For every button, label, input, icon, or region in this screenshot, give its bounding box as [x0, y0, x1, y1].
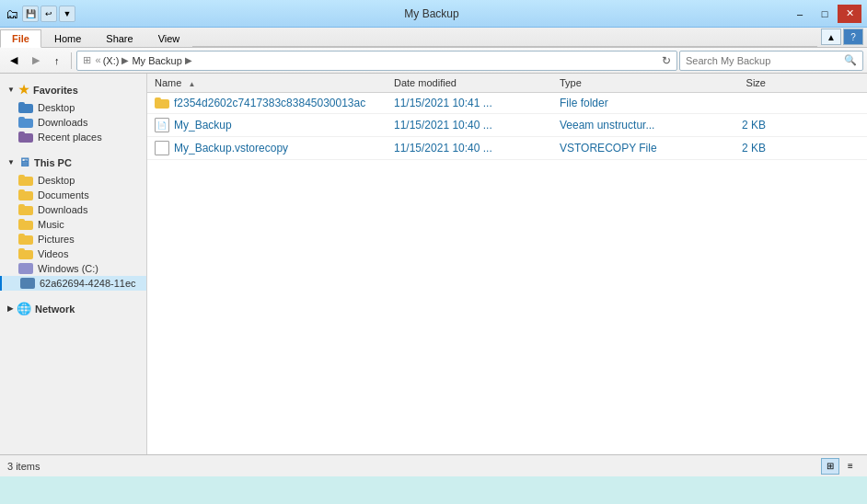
path-folder-label: My Backup	[132, 55, 181, 66]
ribbon-collapse-btn[interactable]: ▲	[821, 29, 841, 45]
sidebar-pc-documents-label: Documents	[38, 189, 89, 200]
drive-x-icon	[20, 278, 35, 289]
sidebar-item-music[interactable]: Music	[0, 217, 146, 232]
sidebar-item-desktop-fav[interactable]: Desktop	[0, 100, 146, 115]
sidebar-item-pictures[interactable]: Pictures	[0, 232, 146, 246]
sidebar-item-windows-c[interactable]: Windows (C:)	[0, 261, 146, 276]
sidebar-section-network[interactable]: ▶ 🌐 Network	[0, 298, 146, 319]
sidebar-item-downloads-fav[interactable]: Downloads	[0, 115, 146, 130]
col-header-size[interactable]: Size	[699, 74, 773, 92]
sidebar-item-documents[interactable]: Documents	[0, 188, 146, 202]
title-bar: 🗂 💾 ↩ ▼ My Backup – □ ✕	[0, 0, 867, 28]
tab-view[interactable]: View	[146, 29, 192, 47]
window-title: My Backup	[75, 7, 788, 20]
recent-fav-icon	[18, 132, 33, 143]
sidebar-pc-downloads-label: Downloads	[38, 204, 87, 215]
status-bar: 3 items ⊞ ≡	[0, 454, 867, 476]
file-content: Name ▲ Date modified Type Size f2354d260…	[147, 74, 867, 454]
search-input[interactable]	[686, 55, 840, 66]
up-button[interactable]: ↑	[48, 51, 66, 71]
sidebar-pc-windows-label: Windows (C:)	[38, 263, 98, 274]
path-drive: ⊞ «	[83, 54, 103, 66]
sidebar-fav-recent-label: Recent places	[38, 132, 102, 143]
address-box[interactable]: ⊞ « (X:) ▶ My Backup ▶ ↻	[76, 51, 678, 71]
thispc-arrow-icon: ▼	[7, 158, 15, 166]
network-arrow-icon: ▶	[7, 304, 13, 313]
view-list-button[interactable]: ≡	[841, 458, 860, 475]
thispc-icon: 🖥	[18, 155, 30, 169]
quick-undo-btn[interactable]: ↩	[40, 6, 57, 22]
item-count: 3 items	[7, 461, 40, 472]
ribbon-tabs: File Home Share View ▲ ?	[0, 28, 867, 48]
file-size-1	[699, 99, 773, 107]
favorites-star-icon: ★	[18, 83, 29, 97]
path-arrow-2: ▶	[185, 55, 192, 65]
file-date-2: 11/15/2021 10:40 ...	[387, 115, 552, 135]
downloads-pc-icon	[18, 204, 33, 215]
sidebar-pc-music-label: Music	[38, 219, 64, 230]
table-row[interactable]: f2354d2602c7417383c83845030013ac 11/15/2…	[147, 93, 867, 114]
forward-icon: ▶	[32, 54, 40, 66]
toolbar-separator	[71, 52, 72, 69]
col-header-name[interactable]: Name ▲	[147, 74, 387, 92]
documents-icon	[18, 189, 33, 200]
music-icon	[18, 219, 33, 230]
sidebar-item-downloads-pc[interactable]: Downloads	[0, 202, 146, 217]
sort-arrow-icon: ▲	[188, 80, 195, 88]
file-name-2: 📄 My_Backup	[147, 114, 387, 136]
col-header-type[interactable]: Type	[552, 74, 699, 92]
videos-icon	[18, 248, 33, 259]
quick-dropdown-btn[interactable]: ▼	[59, 6, 75, 22]
toolbar: ◀ ▶ ↑ ⊞ « (X:) ▶ My Backup ▶ ↻ 🔍	[0, 48, 867, 74]
sidebar-fav-desktop-label: Desktop	[38, 102, 75, 113]
up-icon: ↑	[54, 55, 60, 66]
file-date-1: 11/15/2021 10:41 ...	[387, 93, 552, 113]
file-type-3: VSTORECOPY File	[552, 138, 699, 158]
file-name-1: f2354d2602c7417383c83845030013ac	[147, 93, 387, 113]
refresh-button[interactable]: ↻	[662, 54, 671, 67]
file-size-3: 2 KB	[699, 138, 773, 158]
table-row[interactable]: My_Backup.vstorecopy 11/15/2021 10:40 ..…	[147, 137, 867, 160]
col-header-date[interactable]: Date modified	[387, 74, 552, 92]
file-type-2: Veeam unstructur...	[552, 115, 699, 135]
quick-access-toolbar: 💾 ↩ ▼	[22, 6, 75, 22]
breadcrumb-icon: ⊞	[83, 54, 91, 65]
file-icon-veeam-2: 📄	[155, 118, 169, 132]
favorites-arrow-icon: ▼	[7, 86, 15, 94]
quick-save-btn[interactable]: 💾	[22, 6, 39, 22]
help-btn[interactable]: ?	[843, 29, 863, 45]
file-icon-vstorecopy-3	[155, 141, 169, 155]
back-button[interactable]: ◀	[4, 51, 24, 71]
back-icon: ◀	[10, 54, 17, 66]
file-icon-folder-1	[155, 97, 169, 109]
sidebar-section-favorites[interactable]: ▼ ★ Favorites	[0, 79, 146, 100]
sidebar-item-desktop-pc[interactable]: Desktop	[0, 173, 146, 188]
search-box[interactable]: 🔍	[679, 51, 863, 71]
sidebar: ▼ ★ Favorites Desktop Downloads Recent p…	[0, 74, 147, 454]
path-drive-label: (X:)	[103, 55, 120, 66]
forward-button[interactable]: ▶	[26, 51, 46, 71]
tab-share[interactable]: Share	[94, 29, 144, 47]
path-arrow-1: ▶	[121, 55, 129, 65]
minimize-button[interactable]: –	[788, 5, 812, 23]
title-bar-left: 🗂 💾 ↩ ▼	[6, 6, 75, 22]
file-list-header: Name ▲ Date modified Type Size	[147, 74, 867, 93]
sidebar-item-recent-fav[interactable]: Recent places	[0, 130, 146, 144]
sidebar-section-thispc[interactable]: ▼ 🖥 This PC	[0, 152, 146, 173]
app-icon: 🗂	[6, 6, 18, 21]
sidebar-pc-pictures-label: Pictures	[38, 234, 75, 245]
tab-file[interactable]: File	[0, 29, 41, 48]
file-type-1: File folder	[552, 93, 699, 113]
file-name-3: My_Backup.vstorecopy	[147, 137, 387, 159]
file-size-2: 2 KB	[699, 115, 773, 135]
sidebar-item-drive-x[interactable]: 62a62694-4248-11ec	[0, 276, 146, 291]
sidebar-item-videos[interactable]: Videos	[0, 246, 146, 261]
tab-home[interactable]: Home	[42, 29, 93, 47]
table-row[interactable]: 📄 My_Backup 11/15/2021 10:40 ... Veeam u…	[147, 114, 867, 137]
close-button[interactable]: ✕	[838, 5, 861, 23]
sidebar-pc-desktop-label: Desktop	[38, 175, 75, 186]
desktop-pc-icon	[18, 175, 33, 186]
main-area: ▼ ★ Favorites Desktop Downloads Recent p…	[0, 74, 867, 454]
view-grid-button[interactable]: ⊞	[821, 458, 839, 475]
maximize-button[interactable]: □	[813, 5, 837, 23]
